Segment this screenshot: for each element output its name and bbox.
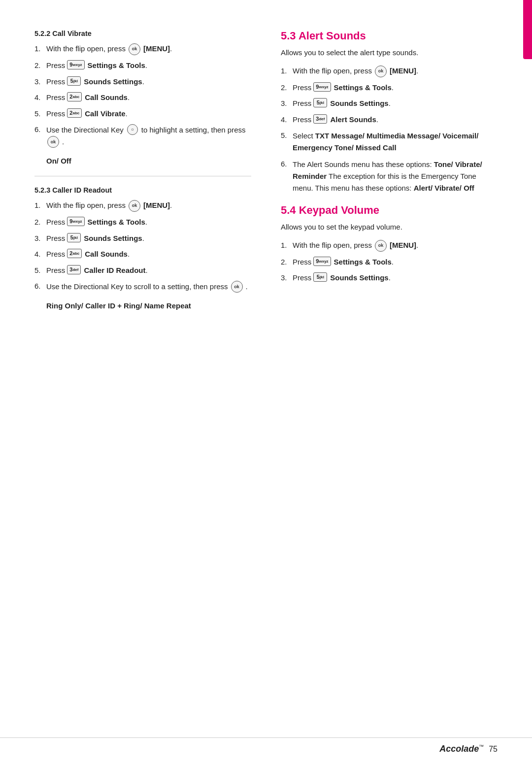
list-item: 4. Press 2abc Call Sounds. bbox=[34, 92, 251, 103]
step-number: 5. bbox=[34, 265, 46, 276]
key-2abc-icon: 2abc bbox=[67, 92, 82, 101]
step-content: Select TXT Message/ Multimedia Message/ … bbox=[293, 130, 498, 154]
step-content: The Alert Sounds menu has these options:… bbox=[293, 159, 498, 194]
ok-key-icon: ok bbox=[129, 200, 140, 212]
step-number: 3. bbox=[281, 98, 293, 109]
content-area: 5.2.2 Call Vibrate 1. With the flip open… bbox=[0, 0, 532, 737]
step-content: Press 3def Caller ID Readout. bbox=[46, 265, 148, 276]
step-number: 6. bbox=[281, 159, 293, 170]
step-content: Press 9wxyz Settings & Tools. bbox=[293, 82, 394, 94]
highlight-text: Ring Only/ Caller ID + Ring/ Name Repeat bbox=[46, 301, 191, 310]
step-text: Press bbox=[46, 92, 65, 103]
step-content: Use the Directional Key to scroll to a s… bbox=[46, 281, 248, 293]
brand-text: Accolade bbox=[439, 744, 479, 754]
list-item: 6. Use the Directional Key ○ to highligh… bbox=[34, 124, 251, 148]
section-54-heading: 5.4 Keypad Volume bbox=[281, 204, 498, 217]
list-item: 1. With the flip open, press ok [MENU]. bbox=[34, 43, 251, 55]
step-number: 2. bbox=[281, 82, 293, 94]
step-text: Sounds Settings. bbox=[84, 233, 144, 244]
step-text: [MENU]. bbox=[390, 240, 418, 251]
section-53: 5.3 Alert Sounds Allows you to select th… bbox=[281, 30, 498, 194]
step-text: Sounds Settings. bbox=[330, 272, 391, 284]
section-523-heading: 5.2.3 Caller ID Readout bbox=[34, 186, 251, 194]
step-number: 3. bbox=[34, 233, 46, 244]
step-content: Press 5jkl Sounds Settings. bbox=[293, 272, 391, 284]
list-item: 6. Use the Directional Key to scroll to … bbox=[34, 281, 251, 293]
step-number: 4. bbox=[281, 114, 293, 126]
highlight-522: On/ Off bbox=[46, 157, 251, 165]
step-content: With the flip open, press ok [MENU]. bbox=[46, 43, 172, 55]
ok-key-icon: ok bbox=[231, 281, 243, 293]
list-item: 4. Press 3def Alert Sounds. bbox=[281, 114, 498, 126]
step-text: Call Sounds. bbox=[85, 249, 130, 260]
section-523: 5.2.3 Caller ID Readout 1. With the flip… bbox=[34, 186, 251, 310]
dir-key-icon: ○ bbox=[127, 124, 138, 135]
step-number: 3. bbox=[34, 76, 46, 88]
step-text: Use the Directional Key bbox=[46, 124, 124, 136]
key-5jkl-icon: 5jkl bbox=[67, 76, 81, 86]
step-text: Alert Sounds. bbox=[330, 114, 378, 126]
section-523-steps: 1. With the flip open, press ok [MENU]. … bbox=[34, 200, 251, 293]
step-text: Press bbox=[293, 272, 311, 284]
step-text: Settings & Tools. bbox=[334, 82, 394, 94]
step-text: Press bbox=[46, 60, 65, 71]
step-content: With the flip open, press ok [MENU]. bbox=[293, 66, 418, 77]
key-9wxyz-icon: 9wxyz bbox=[313, 257, 331, 266]
list-item: 1. With the flip open, press ok [MENU]. bbox=[281, 240, 498, 252]
step-text: With the flip open, press bbox=[46, 200, 126, 211]
step-number: 1. bbox=[34, 200, 46, 211]
step-text: Settings & Tools. bbox=[88, 217, 147, 228]
step-content: Press 2abc Call Sounds. bbox=[46, 92, 130, 103]
step-number: 2. bbox=[34, 60, 46, 71]
step-number: 1. bbox=[281, 66, 293, 77]
step-number: 1. bbox=[281, 240, 293, 251]
step-content: Press 5jkl Sounds Settings. bbox=[46, 233, 144, 244]
step-content: With the flip open, press ok [MENU]. bbox=[293, 240, 418, 252]
section-53-heading: 5.3 Alert Sounds bbox=[281, 30, 498, 42]
key-9wxyz-icon: 9wxyz bbox=[67, 217, 84, 226]
key-5jkl-icon: 5jkl bbox=[313, 272, 327, 282]
page-container: 5.2.2 Call Vibrate 1. With the flip open… bbox=[0, 0, 532, 766]
step-text: Press bbox=[293, 98, 311, 109]
step-text: [MENU]. bbox=[390, 66, 418, 77]
step-text: Press bbox=[293, 114, 311, 126]
brand-name: Accolade™ bbox=[439, 744, 484, 754]
list-item: 1. With the flip open, press ok [MENU]. bbox=[34, 200, 251, 212]
list-item: 3. Press 5jkl Sounds Settings. bbox=[281, 272, 498, 284]
step-text: Press bbox=[46, 249, 65, 260]
section-54-steps: 1. With the flip open, press ok [MENU]. … bbox=[281, 240, 498, 284]
step-text: Press bbox=[46, 217, 65, 228]
ok-key-icon: ok bbox=[129, 43, 140, 55]
step-text: Sounds Settings. bbox=[330, 98, 391, 109]
step-text: Call Vibrate. bbox=[85, 108, 127, 120]
section-divider bbox=[34, 176, 251, 176]
accent-bar bbox=[523, 0, 532, 59]
step-text: Call Sounds. bbox=[85, 92, 130, 103]
section-53-intro: Allows you to select the alert type soun… bbox=[281, 47, 498, 59]
step-text: With the flip open, press bbox=[293, 240, 372, 251]
step-content: Use the Directional Key ○ to highlight a… bbox=[46, 124, 251, 148]
step-text: [MENU]. bbox=[143, 43, 172, 55]
step-text: . bbox=[62, 136, 64, 148]
step-content: Press 5jkl Sounds Settings. bbox=[293, 98, 391, 109]
step-text: Press bbox=[46, 108, 65, 120]
section-54: 5.4 Keypad Volume Allows you to set the … bbox=[281, 204, 498, 284]
step-number: 6. bbox=[34, 124, 46, 135]
step-text: Settings & Tools. bbox=[334, 257, 394, 268]
step-number: 5. bbox=[281, 130, 293, 141]
step-text: Select TXT Message/ Multimedia Message/ … bbox=[293, 130, 498, 154]
key-2abc-icon: 2abc bbox=[67, 108, 82, 118]
list-item: 3. Press 5jkl Sounds Settings. bbox=[281, 98, 498, 109]
step-number: 5. bbox=[34, 108, 46, 120]
step-content: Press 2abc Call Vibrate. bbox=[46, 108, 128, 120]
step-text: Caller ID Readout. bbox=[84, 265, 147, 276]
step-number: 2. bbox=[281, 257, 293, 268]
step-content: Press 9wxyz Settings & Tools. bbox=[46, 60, 147, 71]
key-9wxyz-icon: 9wxyz bbox=[313, 82, 331, 92]
key-9wxyz-icon: 9wxyz bbox=[67, 60, 84, 69]
step-text: Settings & Tools. bbox=[88, 60, 147, 71]
step-content: Press 2abc Call Sounds. bbox=[46, 249, 130, 260]
ok-key-icon: ok bbox=[375, 240, 387, 252]
trademark-symbol: ™ bbox=[479, 744, 484, 749]
step-text: The Alert Sounds menu has these options:… bbox=[293, 159, 498, 194]
